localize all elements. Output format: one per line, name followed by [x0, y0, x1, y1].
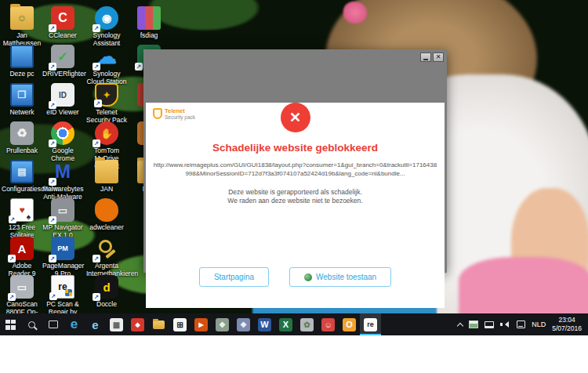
app-cube-2-icon: ❖: [237, 318, 250, 331]
synology-cloud-station-backup-icon: ☁↗: [95, 45, 118, 68]
shortcut-arrow-icon: ↗: [93, 63, 100, 71]
taskbar-app-cube-2[interactable]: ❖: [233, 313, 254, 335]
desktop-icon-123-free-solitaire[interactable]: ♥↗123 Free Solitaire: [2, 198, 42, 239]
network-icon[interactable]: [485, 321, 494, 328]
system-tray: NLD 23:04 5/07/2016: [458, 316, 588, 332]
eid-viewer-label: eID Viewer: [42, 108, 83, 116]
doccle-icon: d↗: [95, 275, 118, 299]
telenet-brand: Telenet Security pack: [153, 108, 195, 120]
tray-expand-chevron-icon[interactable]: [457, 322, 463, 328]
shortcut-arrow-icon: ↗: [49, 255, 56, 263]
windows-logo-icon: [5, 320, 16, 330]
desktop-icon-deze-pc[interactable]: Deze pc: [2, 45, 42, 78]
taskbar: ee▦◆⊞▶❖❖WX✿☺Ore NLD 23:04 5/07/2016: [0, 313, 588, 335]
taskbar-windows-store[interactable]: ⊞: [169, 313, 191, 335]
close-button[interactable]: ✕: [433, 53, 444, 62]
desktop-icon-driverfighter[interactable]: ✓↗DRIVERfighter: [42, 45, 83, 78]
shortcut-arrow-icon: ↗: [49, 292, 57, 300]
calculator-icon: ▦: [110, 318, 123, 331]
language-indicator[interactable]: NLD: [532, 320, 546, 328]
desktop-icon-prullenbak[interactable]: ♻Prullenbak: [2, 121, 42, 154]
taskbar-app-red[interactable]: ◆: [127, 313, 148, 335]
desktop-icon-eid-viewer[interactable]: ID↗eID Viewer: [42, 83, 83, 116]
desktop-icon-argenta-internetbankieren[interactable]: ↗Argenta Internetbankieren: [86, 237, 127, 277]
desktop-icon-adobe-reader-9[interactable]: A↗Adobe Reader 9: [2, 237, 42, 277]
desktop-icon-netwerk[interactable]: ❐Netwerk: [2, 83, 42, 116]
taskbar-app-red-2[interactable]: ☺: [318, 313, 339, 335]
taskbar-films-tv[interactable]: ▶: [191, 313, 212, 335]
task-view-button[interactable]: [42, 313, 64, 335]
shortcut-arrow-icon: ↗: [93, 255, 100, 263]
minimize-icon: [423, 59, 428, 60]
desktop-icon-pagemanager[interactable]: PM↗PageManager 9 Pro: [42, 237, 83, 277]
tray-date: 5/07/2016: [552, 324, 582, 332]
desktop-icon-google-chrome[interactable]: ↗Google Chrome: [42, 121, 83, 162]
configuratiescherm-icon: ▤: [10, 160, 34, 183]
shortcut-arrow-icon: ↗: [49, 63, 56, 71]
doccle-label: Doccle: [86, 300, 127, 308]
volume-icon[interactable]: [500, 320, 510, 329]
tomtom-mydrive-connect-icon: ✋↗: [95, 121, 118, 145]
desktop-icon-telenet-security-pack[interactable]: ✦↗Telenet Security Pack: [86, 83, 127, 124]
taskbar-file-explorer[interactable]: [148, 313, 169, 335]
configuratiescherm-label: Configuratiescherm: [2, 185, 42, 193]
file-explorer-icon: [153, 320, 165, 329]
netwerk-icon: ❐: [10, 83, 34, 107]
desktop-icon-malwarebytes[interactable]: M↗Malwarebytes Anti-Malware: [42, 160, 83, 201]
taskbar-word[interactable]: W: [254, 313, 275, 335]
website-toestaan-label: Website toestaan: [316, 273, 376, 281]
taskbar-excel[interactable]: X: [275, 313, 296, 335]
desktop-icon-mp-navigator[interactable]: ▭↗MP Navigator EX 1.0: [42, 198, 83, 239]
task-view-icon: [49, 320, 58, 328]
dialog-message-line1: Deze website is gerapporteerd als schade…: [146, 188, 445, 197]
tray-time: 23:04: [558, 316, 575, 324]
blocked-x-icon: ✕: [281, 103, 310, 132]
jan-mattheussen-icon: ☺: [10, 6, 34, 30]
shortcut-arrow-icon: ↗: [49, 139, 56, 147]
clock[interactable]: 23:04 5/07/2016: [552, 316, 584, 332]
shortcut-arrow-icon: ↗: [135, 63, 143, 71]
driverfighter-icon: ✓↗: [51, 45, 74, 68]
desktop-icon-jan-folder[interactable]: JAN: [86, 160, 127, 193]
fsdiag-label: fsdiag: [129, 31, 169, 39]
desktop-icon-ccleaner[interactable]: C↗CCleaner: [42, 6, 83, 39]
eid-viewer-icon: ID↗: [51, 83, 74, 107]
123-free-solitaire-icon: ♥↗: [10, 198, 34, 222]
taskbar-internet-explorer[interactable]: e: [85, 313, 106, 335]
google-chrome-icon: ↗: [51, 121, 74, 145]
dialog-titlebar[interactable]: ✕: [146, 49, 445, 65]
synology-assistant-icon: ◉↗: [95, 6, 118, 30]
shortcut-arrow-icon: ↗: [49, 178, 56, 186]
minimize-button[interactable]: [420, 53, 431, 62]
taskbar-outlook[interactable]: O: [339, 313, 360, 335]
desktop-icon-synology-assistant[interactable]: ◉↗Synology Assistant: [86, 6, 127, 47]
argenta-internetbankieren-icon: ↗: [95, 237, 118, 260]
telenet-shield-icon: [153, 108, 162, 119]
taskbar-edge-browser[interactable]: e: [64, 313, 85, 335]
tray-photo-icon[interactable]: [469, 320, 478, 328]
globe-icon: [304, 273, 312, 281]
taskbar-app-list: ee▦◆⊞▶❖❖WX✿☺Ore: [64, 313, 381, 335]
desktop-icon-adwcleaner[interactable]: adwcleaner: [86, 198, 127, 231]
taskbar-calculator[interactable]: ▦: [106, 313, 127, 335]
dialog-message-line2: We raden aan deze website niet te bezoek…: [146, 197, 445, 206]
desktop-icon-configuratiescherm[interactable]: ▤Configuratiescherm: [2, 160, 42, 193]
desktop-icon-fsdiag[interactable]: fsdiag: [129, 6, 169, 39]
search-button[interactable]: [21, 313, 42, 335]
desktop-icon-doccle[interactable]: d↗Doccle: [86, 275, 127, 308]
website-toestaan-button[interactable]: Website toestaan: [289, 267, 391, 287]
app-red-icon: ◆: [131, 318, 144, 331]
taskbar-photo-app[interactable]: ✿: [296, 313, 318, 335]
desktop-icon-jan-mattheussen[interactable]: ☺Jan Mattheussen: [2, 6, 42, 47]
app-red-2-icon: ☺: [321, 318, 335, 331]
taskbar-app-cube-1[interactable]: ❖: [212, 313, 233, 335]
start-button[interactable]: [0, 313, 21, 335]
startpagina-button[interactable]: Startpagina: [199, 267, 269, 287]
taskbar-reimage-active[interactable]: re: [360, 313, 381, 335]
action-center-icon[interactable]: [517, 320, 525, 328]
word-icon: W: [258, 318, 271, 331]
pc-scan-repair-reimage-icon: re↗: [51, 275, 74, 299]
dialog-body: Telenet Security pack ✕ Schadelijke webs…: [146, 103, 445, 308]
startpagina-label: Startpagina: [214, 273, 254, 281]
ccleaner-icon: C↗: [51, 6, 74, 30]
